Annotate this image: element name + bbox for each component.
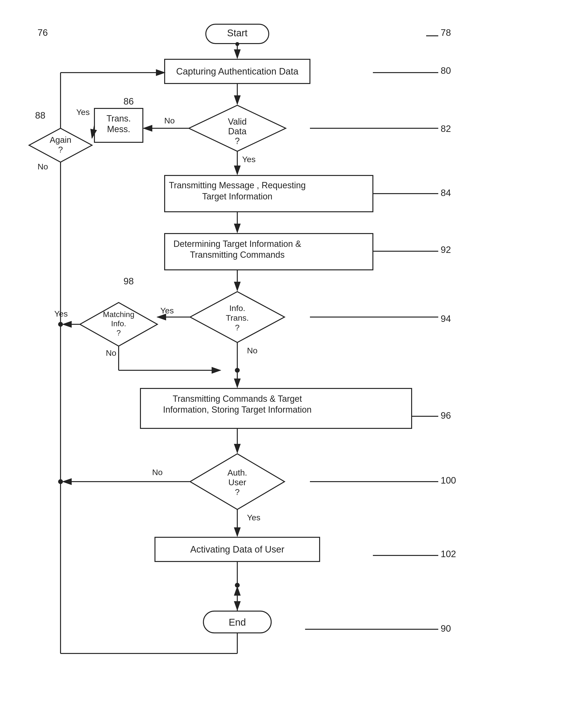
- determining-label1: Determining Target Information &: [173, 239, 301, 249]
- label-76: 76: [37, 28, 48, 38]
- trans-mess-label2: Mess.: [107, 124, 130, 134]
- dot-authuser-no: [58, 479, 63, 484]
- auth-user-label2: User: [228, 477, 246, 487]
- info-trans-label3: ?: [235, 323, 240, 332]
- valid-data-label3: ?: [235, 136, 240, 146]
- info-trans-label1: Info.: [229, 304, 245, 313]
- valid-data-label1: Valid: [228, 116, 247, 127]
- no-valid-label: No: [164, 116, 175, 125]
- yes-infotrans-label: Yes: [160, 306, 174, 315]
- auth-user-label3: ?: [235, 487, 240, 497]
- again-label1: Again: [50, 135, 71, 145]
- matching-info-label1: Matching: [103, 310, 134, 319]
- label-80: 80: [441, 66, 451, 76]
- end-label: End: [229, 617, 246, 628]
- transmitting-commands-label1: Transmitting Commands & Target: [173, 394, 302, 404]
- valid-data-label2: Data: [228, 126, 247, 136]
- no-again-label: No: [37, 162, 48, 171]
- label-84: 84: [441, 188, 451, 198]
- label-90: 90: [441, 623, 451, 633]
- no-matching-label: No: [106, 348, 116, 358]
- transmitting-commands-label2: Information, Storing Target Information: [163, 405, 311, 415]
- label-92: 92: [441, 245, 451, 255]
- activating-label: Activating Data of User: [190, 544, 284, 554]
- start-label: Start: [227, 28, 248, 38]
- info-trans-label2: Trans.: [226, 313, 249, 322]
- label-82: 82: [441, 124, 451, 134]
- matching-info-label2: Info.: [111, 319, 126, 328]
- flowchart: 76 78 Start 80 Capturing Authentication …: [0, 0, 577, 728]
- capturing-label: Capturing Authentication Data: [176, 66, 299, 76]
- no-authuser-label: No: [152, 468, 162, 477]
- yes-again-label: Yes: [76, 107, 90, 116]
- yes-matching-label: Yes: [54, 309, 68, 318]
- label-96: 96: [441, 411, 451, 421]
- dot-start: [235, 42, 239, 46]
- label-88: 88: [35, 110, 45, 121]
- yes-valid-label: Yes: [242, 155, 255, 164]
- label-98: 98: [124, 276, 134, 286]
- dot-matching-yes: [58, 322, 63, 327]
- no-infotrans-label: No: [247, 346, 257, 355]
- yes-authuser-label: Yes: [247, 513, 260, 522]
- label-78: 78: [441, 28, 451, 38]
- trans-mess-label1: Trans.: [106, 113, 131, 124]
- label-86: 86: [124, 96, 134, 106]
- transmitting-message-label2: Target Information: [202, 191, 272, 201]
- determining-label2: Transmitting Commands: [190, 250, 285, 260]
- matching-info-label3: ?: [117, 329, 121, 337]
- dot-merge: [235, 368, 240, 373]
- label-100: 100: [441, 475, 456, 486]
- label-102: 102: [441, 549, 456, 559]
- label-94: 94: [441, 314, 451, 324]
- again-label2: ?: [58, 145, 63, 154]
- transmitting-message-label1: Transmitting Message , Requesting: [169, 180, 306, 190]
- auth-user-label1: Auth.: [227, 468, 247, 477]
